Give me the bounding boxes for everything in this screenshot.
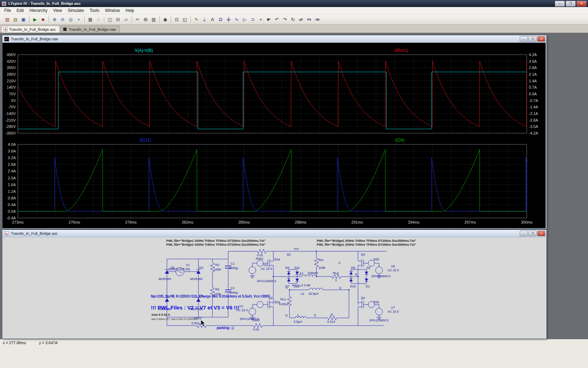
schematic-window-title: Transfo_In_Full_Bridge.asc <box>11 231 58 236</box>
schematic-label: C1 <box>231 262 235 265</box>
waveform-window-close-button[interactable]: ✕ <box>537 36 545 42</box>
right-axis-tick-label: 2.8A <box>529 66 537 70</box>
left-axis-tick-label: -70V <box>8 105 16 109</box>
trace-I(D11) <box>18 158 527 211</box>
schematic-label: Np=220, Ns=2, K=220/2=110, Charge Sec 0.… <box>151 294 270 298</box>
schematic-label: MUR460 <box>159 277 171 281</box>
left-axis-tick-label: 0.4A <box>8 203 16 207</box>
schematic-label: G <box>285 314 288 317</box>
schematic-label: 100k <box>318 266 326 270</box>
print-button[interactable]: ⊡ <box>173 15 181 23</box>
main-toolbar: ▤▨▣▶■⊕⊖◎+▦∴◫⊟▱✂⊞▥◉⊡◱✎⊥AΩ╪∿▷⊃+☛↶↷↻⇄Aa.op <box>0 14 588 25</box>
cut-button[interactable]: ✂ <box>134 15 141 23</box>
schematic-window-restore-button[interactable]: ❐ <box>528 231 537 236</box>
redo-button[interactable]: ↷ <box>281 15 289 23</box>
x-axis-tick-label: 276ms <box>69 220 80 224</box>
menu-file[interactable]: File <box>1 7 14 14</box>
zoom-full-button[interactable]: ◎ <box>67 15 75 23</box>
mirror-button[interactable]: ⇄ <box>297 15 305 23</box>
schematic-label: B <box>355 273 357 276</box>
waveform-window-title: Transfo_In_Full_Bridge.raw <box>11 37 58 41</box>
capacitor-button[interactable]: ╪ <box>225 15 232 23</box>
schematic-label: 0.01 <box>253 328 259 331</box>
tab-schematic[interactable]: Transfo_In_Full_Bridge.asc <box>1 26 60 33</box>
diode-button[interactable]: ▷ <box>241 15 248 23</box>
move-button[interactable]: + <box>257 15 265 23</box>
tile-vertical-button[interactable]: ◫ <box>106 15 114 23</box>
menu-help[interactable]: Help <box>123 7 137 14</box>
left-axis-tick-label: 280V <box>7 72 16 76</box>
toolbar-separator <box>29 16 29 23</box>
component-button[interactable]: ⊃ <box>249 15 257 23</box>
waveform-window-restore-button[interactable]: ❐ <box>528 36 537 42</box>
schematic-label: RLp <box>333 271 339 275</box>
cursor-y-readout: y = 3.647A <box>39 341 57 345</box>
trace-legend-I(D8)[interactable]: I(D8) <box>395 138 405 143</box>
spice-directive-button[interactable]: .op <box>313 15 321 23</box>
run-button[interactable]: ▶ <box>31 15 39 23</box>
left-axis-tick-label: 210V <box>7 79 16 83</box>
left-axis-tick-label: -0.4A <box>7 216 16 220</box>
zoom-out-button[interactable]: ⊖ <box>59 15 66 23</box>
schematic-label: 16.5µH <box>308 292 318 295</box>
trace-legend-I(Rsh1)[interactable]: I(Rsh1) <box>394 48 408 53</box>
halt-button[interactable]: ■ <box>39 15 47 23</box>
waveform-window-titlebar[interactable]: Transfo_In_Full_Bridge.raw – ❐ ✕ <box>2 35 546 43</box>
app-maximize-button[interactable]: ❐ <box>566 1 576 7</box>
undo-button[interactable]: ↶ <box>273 15 281 23</box>
schematic-label: D8 <box>285 266 289 270</box>
schematic-canvas[interactable]: PWL file="Bridge1 200Hz Tr50ns TF50ns DT… <box>2 237 546 338</box>
tile-horizontal-button[interactable]: ⊟ <box>114 15 122 23</box>
trace-legend-I(D11)[interactable]: I(D11) <box>140 138 151 143</box>
waveform-canvas[interactable]: 490V4.2A420V3.5A350V2.8A280V2.1A210V1.4A… <box>2 43 546 228</box>
waveform-window-icon <box>4 37 9 41</box>
schematic-label: .tran 0 0.3s 0 <box>151 313 170 316</box>
toolbar-separator <box>104 16 104 23</box>
schematic-label: SPA11N60C3 <box>369 319 388 322</box>
right-axis-tick-label: -2.1A <box>529 111 538 116</box>
schematic-label: C2 <box>231 286 235 290</box>
schematic-label: D <box>339 286 342 290</box>
left-axis-tick-label: 140V <box>7 85 16 89</box>
app-titlebar: LTspice IV - Transfo_In_Full_Bridge.asc … <box>0 0 588 7</box>
schematic-label: 2000µ <box>229 266 238 270</box>
zoom-in-button[interactable]: ⊕ <box>51 15 58 23</box>
schematic-label: D10 <box>350 285 356 288</box>
waveform-doc-icon <box>63 27 67 32</box>
grid-button[interactable]: ▦ <box>86 15 94 23</box>
rotate-button[interactable]: ↻ <box>289 15 297 23</box>
resistor-button[interactable]: Ω <box>217 15 224 23</box>
menu-simulate[interactable]: Simulate <box>65 7 87 14</box>
schematic-label: B1a <box>274 258 280 261</box>
print-preview-button[interactable]: ◱ <box>181 15 189 23</box>
tab-waveform[interactable]: Transfo_In_Full_Bridge.raw <box>61 26 120 33</box>
save-button[interactable]: ▣ <box>20 15 27 23</box>
app-minimize-button[interactable]: – <box>555 1 565 7</box>
menu-window[interactable]: Window <box>102 7 123 14</box>
schematic-window-minimize-button[interactable]: – <box>520 231 528 236</box>
open-button[interactable]: ▨ <box>12 15 19 23</box>
menu-edit[interactable]: Edit <box>14 7 27 14</box>
ground-button[interactable]: ⊥ <box>201 15 208 23</box>
text-button[interactable]: Aa <box>305 15 313 23</box>
trace-legend-V(A)-V(B)[interactable]: V(A)-V(B) <box>135 48 153 53</box>
wire-button[interactable]: ✎ <box>192 15 200 23</box>
menu-hierarchy[interactable]: Hierarchy <box>27 7 50 14</box>
right-axis-tick-label: 3.5A <box>529 59 537 63</box>
paste-button[interactable]: ▥ <box>150 15 158 23</box>
new-schematic-button[interactable]: ▤ <box>4 15 11 23</box>
menu-view[interactable]: View <box>50 7 65 14</box>
schematic-window-close-button[interactable]: ✕ <box>537 231 545 236</box>
schematic-window-titlebar[interactable]: Transfo_In_Full_Bridge.asc – ❐ ✕ <box>2 230 546 237</box>
mark-points-button[interactable]: ∴ <box>94 15 102 23</box>
copy-button[interactable]: ⊞ <box>142 15 149 23</box>
pan-button[interactable]: + <box>75 15 83 23</box>
waveform-window-minimize-button[interactable]: – <box>520 36 528 42</box>
app-close-button[interactable]: ✕ <box>576 1 587 7</box>
drag-button[interactable]: ☛ <box>265 15 273 23</box>
cascade-button[interactable]: ▱ <box>122 15 130 23</box>
find-button[interactable]: ◉ <box>161 15 169 23</box>
inductor-button[interactable]: ∿ <box>233 15 240 23</box>
label-button[interactable]: A <box>209 15 216 23</box>
menu-tools[interactable]: Tools <box>87 7 102 14</box>
